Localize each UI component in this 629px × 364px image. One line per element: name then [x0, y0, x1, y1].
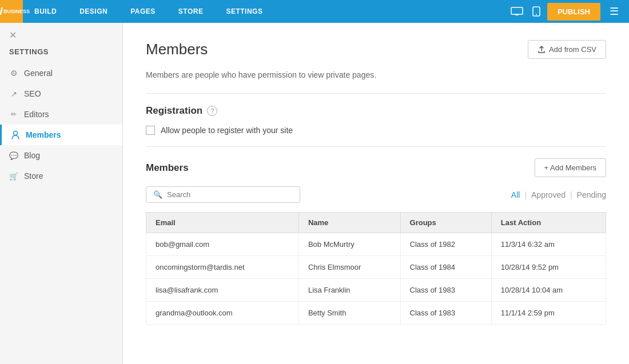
- filter-sep-1: |: [524, 190, 527, 199]
- sidebar-item-blog[interactable]: 💬 Blog: [0, 145, 122, 166]
- svg-point-4: [536, 14, 537, 15]
- registration-header: Registration ?: [146, 105, 606, 117]
- hamburger-icon[interactable]: ☰: [605, 3, 623, 20]
- upload-icon: [538, 46, 546, 54]
- members-section-header: Members + Add Members: [146, 158, 606, 177]
- cell-last_action: 10/28/14 10:04 am: [491, 279, 606, 302]
- nav-build[interactable]: BUILD: [23, 0, 68, 23]
- nav-settings[interactable]: SETTINGS: [214, 0, 274, 23]
- svg-point-5: [14, 131, 18, 135]
- sidebar-label-seo: SEO: [24, 89, 41, 98]
- help-icon[interactable]: ?: [207, 106, 217, 116]
- cell-groups: Class of 1984: [400, 256, 491, 279]
- sidebar-item-general[interactable]: ⚙ General: [0, 63, 122, 83]
- cell-groups: Class of 1983: [400, 302, 491, 325]
- filter-tab-approved[interactable]: Approved: [531, 190, 566, 199]
- nav-design[interactable]: DESIGN: [68, 0, 119, 23]
- add-members-label: + Add Members: [544, 163, 596, 172]
- page-title: Members: [146, 41, 208, 58]
- content-header: Members Add from CSV: [146, 40, 606, 59]
- store-icon: 🛒: [9, 172, 18, 181]
- sidebar-item-members[interactable]: Members: [0, 125, 122, 145]
- nav-pages[interactable]: PAGES: [119, 0, 167, 23]
- cell-name: Chris Elmsmoor: [298, 256, 400, 279]
- sidebar-label-store: Store: [24, 171, 43, 181]
- sidebar-label-general: General: [24, 69, 53, 78]
- publish-button[interactable]: PUBLISH: [547, 3, 600, 21]
- sidebar: ✕ SETTINGS ⚙ General ↗ SEO ✏ Editors: [0, 23, 123, 364]
- search-filter-row: 🔍 All | Approved | Pending: [146, 186, 606, 203]
- checkbox-label: Allow people to register with your site: [161, 126, 293, 135]
- desktop-icon[interactable]: [508, 5, 526, 18]
- close-icon[interactable]: ✕: [9, 30, 17, 41]
- nav-items: BUILD DESIGN PAGES STORE SETTINGS: [23, 0, 508, 23]
- table-row[interactable]: grandma@outlook.comBetty SmithClass of 1…: [146, 302, 606, 325]
- filter-sep-2: |: [570, 190, 572, 199]
- search-box: 🔍: [146, 186, 300, 203]
- cell-name: Lisa Franklin: [298, 279, 400, 302]
- blog-icon: 💬: [9, 151, 18, 160]
- members-table: Email Name Groups Last Action bob@gmail.…: [146, 212, 606, 325]
- logo-letter: W: [0, 6, 3, 18]
- table-header: Email Name Groups Last Action: [146, 213, 606, 233]
- nav-right: PUBLISH ☰: [508, 3, 629, 21]
- table-row[interactable]: lisa@lisafrank.comLisa FranklinClass of …: [146, 279, 606, 302]
- add-members-button[interactable]: + Add Members: [535, 158, 606, 177]
- filter-tab-all[interactable]: All: [511, 190, 520, 199]
- filter-tabs: All | Approved | Pending: [511, 190, 606, 199]
- cell-last_action: 10/28/14 9:52 pm: [491, 256, 606, 279]
- members-section-title: Members: [146, 162, 189, 174]
- table-header-row: Email Name Groups Last Action: [146, 213, 606, 233]
- mobile-icon[interactable]: [530, 4, 543, 19]
- search-icon: 🔍: [153, 190, 162, 199]
- main-layout: ✕ SETTINGS ⚙ General ↗ SEO ✏ Editors: [0, 23, 629, 364]
- top-navigation: W BUSINESS BUILD DESIGN PAGES STORE SETT…: [0, 0, 629, 23]
- col-last-action: Last Action: [491, 213, 606, 233]
- sidebar-close-area: ✕: [0, 23, 122, 47]
- person-icon: [11, 130, 20, 139]
- sidebar-item-seo[interactable]: ↗ SEO: [0, 83, 122, 104]
- add-from-csv-button[interactable]: Add from CSV: [528, 40, 606, 59]
- filter-tab-pending[interactable]: Pending: [577, 190, 606, 199]
- cell-name: Betty Smith: [298, 302, 400, 325]
- cell-email: bob@gmail.com: [146, 233, 299, 256]
- sidebar-label-blog: Blog: [24, 151, 40, 160]
- divider-2: [146, 146, 606, 147]
- search-input[interactable]: [167, 190, 293, 199]
- logo[interactable]: W BUSINESS: [0, 0, 23, 23]
- col-groups: Groups: [400, 213, 491, 233]
- cell-groups: Class of 1982: [400, 233, 491, 256]
- edit-icon: ✏: [9, 110, 18, 118]
- cell-email: oncomingstorm@tardis.net: [146, 256, 299, 279]
- cell-name: Bob McMurtry: [298, 233, 400, 256]
- table-row[interactable]: oncomingstorm@tardis.netChris ElmsmoorCl…: [146, 256, 606, 279]
- registration-checkbox-row: Allow people to register with your site: [146, 126, 606, 135]
- cell-last_action: 11/1/14 2:59 pm: [491, 302, 606, 325]
- seo-icon: ↗: [9, 90, 18, 98]
- registration-title: Registration: [146, 105, 202, 117]
- main-content: Members Add from CSV Members are people …: [123, 23, 629, 364]
- add-csv-label: Add from CSV: [549, 45, 596, 54]
- registration-checkbox[interactable]: [146, 126, 155, 135]
- svg-rect-0: [511, 7, 523, 14]
- description-text: Members are people who have permission t…: [146, 70, 606, 79]
- sidebar-item-store[interactable]: 🛒 Store: [0, 166, 122, 186]
- cell-groups: Class of 1983: [400, 279, 491, 302]
- gear-icon: ⚙: [9, 69, 18, 78]
- table-row[interactable]: bob@gmail.comBob McMurtryClass of 198211…: [146, 233, 606, 256]
- divider-1: [146, 93, 606, 94]
- cell-email: lisa@lisafrank.com: [146, 279, 299, 302]
- cell-last_action: 11/3/14 6:32 am: [491, 233, 606, 256]
- cell-email: grandma@outlook.com: [146, 302, 299, 325]
- col-email: Email: [146, 213, 299, 233]
- sidebar-title: SETTINGS: [0, 47, 122, 63]
- sidebar-label-editors: Editors: [24, 110, 49, 119]
- sidebar-label-members: Members: [26, 130, 61, 139]
- nav-store[interactable]: STORE: [167, 0, 215, 23]
- sidebar-item-editors[interactable]: ✏ Editors: [0, 104, 122, 125]
- col-name: Name: [298, 213, 400, 233]
- table-body: bob@gmail.comBob McMurtryClass of 198211…: [146, 233, 606, 325]
- sidebar-nav: ⚙ General ↗ SEO ✏ Editors Members: [0, 63, 122, 364]
